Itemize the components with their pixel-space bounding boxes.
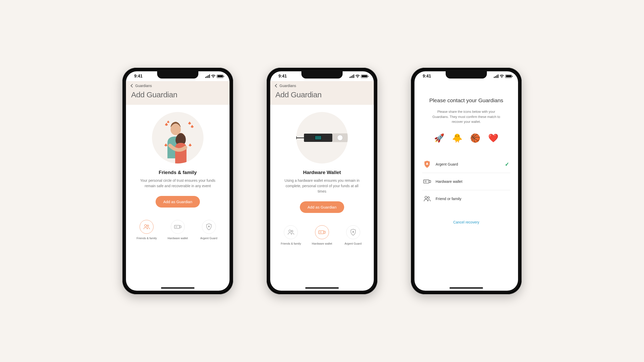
hero-description: Using a hardware wallet ensures you rema…	[283, 178, 361, 194]
confirmation-emojis: 🚀 🐥 🏀 ❤️	[434, 133, 498, 143]
battery-icon	[361, 75, 368, 78]
guardian-type-tabs: Friends & family Hardware wallet Argent …	[270, 219, 374, 248]
recovery-content: Please contact your Guardians Please sha…	[414, 81, 518, 229]
guardian-type-tabs: Friends & family Hardware wallet Argent …	[126, 214, 230, 243]
tab-label: Friends & family	[281, 242, 301, 245]
recovery-title: Please contact your Guardians	[429, 97, 503, 104]
wifi-icon	[355, 74, 360, 78]
wifi-icon	[211, 74, 216, 78]
tab-label: Hardware wallet	[168, 236, 188, 240]
notch	[157, 71, 198, 79]
hero-section: Friends & family Your personal circle of…	[126, 105, 230, 214]
emoji-rocket: 🚀	[434, 133, 444, 143]
tab-label: Argent Guard	[200, 236, 217, 240]
guardian-label: Hardware wallet	[436, 179, 509, 184]
svg-point-3	[147, 225, 149, 227]
guardian-row-friend[interactable]: Friend or family	[422, 190, 510, 207]
page-header: Guardians Add Guardian	[126, 81, 230, 105]
emoji-heart: ❤️	[488, 133, 498, 143]
add-guardian-button[interactable]: Add as Guardian	[156, 196, 200, 208]
tab-argent-guard[interactable]: Argent Guard	[197, 220, 221, 240]
hero-illustration	[152, 112, 204, 163]
hero-title: Hardware Wallet	[303, 170, 341, 175]
tab-friends-family[interactable]: Friends & family	[135, 220, 158, 240]
back-button[interactable]: Guardians	[275, 84, 369, 88]
phone-mockup-1: 9:41 Guardians Add Guardian	[122, 68, 233, 294]
breadcrumb-label: Guardians	[135, 84, 152, 88]
guardian-row-hardware[interactable]: Hardware wallet	[422, 173, 510, 190]
hero-description: Your personal circle of trust ensures yo…	[139, 178, 216, 189]
notch	[301, 71, 343, 79]
screen: 9:41 Please contact your Guardians Pleas…	[414, 71, 518, 291]
back-button[interactable]: Guardians	[131, 84, 224, 88]
tab-hardware-wallet[interactable]: Hardware wallet	[166, 220, 189, 240]
signal-icon	[494, 74, 498, 78]
status-icons	[350, 74, 368, 78]
emoji-chick: 🐥	[452, 133, 462, 143]
notch	[446, 71, 487, 79]
guardians-list: Argent Guard ✓ Hardware wallet Friend or…	[422, 156, 510, 207]
tab-label: Hardware wallet	[312, 242, 332, 245]
guardian-row-argent[interactable]: Argent Guard ✓	[422, 156, 510, 173]
svg-point-7	[289, 230, 291, 232]
screen: 9:41 Guardians Add Guardian	[126, 71, 230, 291]
people-icon	[143, 224, 150, 230]
breadcrumb-label: Guardians	[279, 84, 296, 88]
tab-friends-family[interactable]: Friends & family	[279, 225, 302, 245]
battery-icon	[505, 75, 512, 78]
add-guardian-button[interactable]: Add as Guardian	[300, 201, 344, 213]
phone-mockup-3: 9:41 Please contact your Guardians Pleas…	[411, 68, 522, 294]
screen: 9:41 Guardians Add Guardian H	[270, 71, 374, 291]
guardian-label: Friend or family	[436, 197, 509, 201]
friends-family-illustration	[152, 112, 204, 163]
signal-icon	[350, 74, 354, 78]
check-icon: ✓	[505, 161, 509, 167]
svg-point-16	[428, 197, 429, 199]
svg-rect-14	[429, 180, 431, 183]
page-title: Add Guardian	[131, 90, 224, 99]
status-icons	[494, 74, 512, 78]
hardware-wallet-icon	[174, 225, 181, 229]
hero-title: Friends & family	[159, 170, 197, 175]
shield-icon	[206, 223, 212, 230]
tab-argent-guard[interactable]: Argent Guard	[342, 225, 365, 245]
people-icon	[423, 195, 431, 203]
chevron-left-icon	[131, 84, 134, 88]
home-indicator[interactable]	[450, 287, 483, 289]
shield-icon	[350, 229, 356, 236]
hardware-wallet-icon	[318, 230, 326, 235]
svg-point-15	[425, 196, 427, 199]
svg-rect-6	[180, 226, 181, 228]
home-indicator[interactable]	[161, 287, 194, 289]
status-time: 9:41	[134, 74, 142, 79]
status-time: 9:41	[423, 74, 431, 79]
battery-icon	[217, 75, 223, 78]
tab-hardware-wallet[interactable]: Hardware wallet	[310, 225, 334, 245]
wifi-icon	[499, 74, 504, 78]
people-icon	[287, 229, 294, 235]
page-title: Add Guardian	[275, 90, 369, 99]
svg-rect-5	[175, 226, 177, 228]
guardian-label: Argent Guard	[436, 162, 500, 166]
recovery-description: Please share the icons below with your G…	[430, 109, 502, 124]
status-time: 9:41	[278, 74, 287, 79]
signal-icon	[205, 74, 210, 78]
tab-label: Argent Guard	[345, 242, 362, 245]
phone-mockup-2: 9:41 Guardians Add Guardian H	[267, 68, 377, 294]
svg-point-2	[145, 225, 147, 227]
home-indicator[interactable]	[305, 287, 339, 289]
cancel-recovery-link[interactable]: Cancel recovery	[453, 220, 479, 224]
tab-label: Friends & family	[137, 236, 157, 240]
status-icons	[205, 74, 223, 78]
svg-rect-10	[320, 231, 321, 233]
chevron-left-icon	[275, 84, 278, 88]
hardware-wallet-illustration	[296, 133, 348, 143]
svg-rect-13	[425, 181, 427, 182]
shield-icon	[423, 160, 431, 168]
page-header: Guardians Add Guardian	[270, 81, 374, 105]
hardware-wallet-icon	[423, 178, 431, 185]
svg-rect-11	[324, 231, 325, 233]
hero-section: Hardware Wallet Using a hardware wallet …	[270, 105, 374, 219]
hero-illustration	[296, 112, 348, 163]
emoji-basketball: 🏀	[470, 133, 480, 143]
